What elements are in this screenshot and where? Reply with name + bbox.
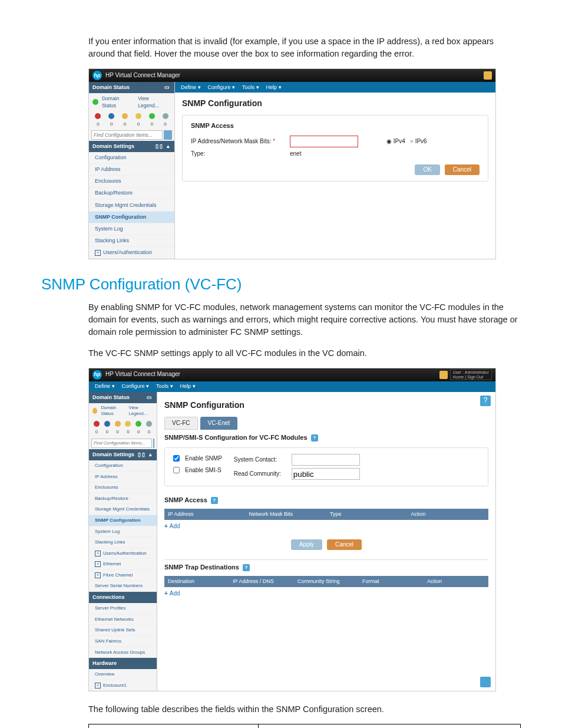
sidebar-item[interactable]: Configuration	[89, 460, 157, 472]
menu-define[interactable]: Define	[181, 84, 201, 91]
connections-header: Connections	[89, 592, 157, 603]
menubar: DefineConfigureToolsHelp	[89, 381, 495, 392]
menu-help[interactable]: Help	[180, 383, 196, 390]
sidebar-item[interactable]: IP Address	[89, 164, 174, 176]
status-icon-row	[89, 111, 174, 121]
save-icon[interactable]	[480, 677, 491, 687]
sidebar-item[interactable]: Network Access Groups	[89, 647, 157, 658]
user-links[interactable]: Home | Sign Out	[453, 375, 489, 380]
sidebar-item[interactable]: +Fibre Channel	[89, 570, 157, 581]
nav-list-hardware: Overview+Enclosure1	[89, 669, 157, 691]
sidebar-item[interactable]: Ethernet Networks	[89, 614, 157, 625]
hardware-header: Hardware	[89, 658, 157, 669]
status-count: 0	[148, 429, 150, 436]
sidebar-item[interactable]: Backup/Restore	[89, 187, 174, 199]
menu-help[interactable]: Help	[266, 84, 282, 91]
search-input[interactable]	[91, 130, 163, 140]
sidebar-item[interactable]: +Users/Authentication	[89, 247, 174, 259]
view-legend-link[interactable]: View Legend...	[138, 95, 171, 110]
status-count: 0	[151, 121, 153, 128]
menu-tools[interactable]: Tools	[242, 84, 259, 91]
sidebar-item[interactable]: SNMP Configuration	[89, 212, 174, 223]
section-para-2: The VC-FC SNMP settings apply to all VC-…	[88, 347, 521, 360]
sidebar-item[interactable]: IP Address	[89, 472, 157, 483]
sidebar-item[interactable]: Overview	[89, 669, 157, 680]
panel-controls-icon[interactable]: ▯▯ ▴	[138, 451, 153, 459]
status-icon	[163, 113, 168, 119]
enable-snmp-checkbox[interactable]	[173, 455, 180, 462]
sidebar-item[interactable]: Backup/Restore	[89, 493, 157, 505]
table-header: Field name	[89, 724, 259, 728]
domain-status-link[interactable]: Domain Status	[101, 405, 125, 418]
help-icon[interactable]: ?	[480, 396, 491, 406]
view-legend-link[interactable]: View Legend...	[129, 405, 153, 418]
nav-list-connections: Server ProfilesEthernet NetworksShared U…	[89, 603, 157, 658]
home-icon[interactable]	[484, 71, 492, 80]
panel-controls-icon[interactable]: ▯▯ ▴	[156, 143, 171, 150]
expand-icon[interactable]: +	[95, 561, 101, 567]
ipv4-radio[interactable]: ◉ IPv4	[386, 137, 405, 146]
help-icon[interactable]: ?	[311, 434, 318, 442]
sidebar-item[interactable]: Storage Mgmt Credentials	[89, 504, 157, 515]
domain-status-link[interactable]: Domain Status	[102, 95, 134, 110]
system-contact-input[interactable]	[292, 454, 360, 466]
add-trap-link[interactable]: Add	[164, 589, 180, 598]
help-icon[interactable]: ?	[211, 497, 218, 504]
menu-configure[interactable]: Configure	[122, 383, 150, 390]
apply-button[interactable]: Apply	[291, 539, 322, 550]
tab-vc-enet[interactable]: VC-Enet	[200, 417, 238, 430]
system-contact-label: System Contact:	[234, 456, 287, 465]
sidebar-item[interactable]: +Users/Authentication	[89, 548, 157, 559]
menu-define[interactable]: Define	[95, 383, 115, 390]
panel-controls-icon[interactable]: ▭	[147, 394, 153, 401]
sidebar-item[interactable]: Stacking Links	[89, 537, 157, 548]
sidebar-item[interactable]: Stacking Links	[89, 235, 174, 247]
nav-list: ConfigurationIP AddressEnclosuresBackup/…	[89, 460, 157, 592]
add-access-link[interactable]: Add	[164, 522, 180, 531]
sidebar-item[interactable]: Shared Uplink Sets	[89, 625, 157, 636]
app-title: HP Virtual Connect Manager	[105, 370, 180, 379]
screenshot-snmp-vcfc: hp HP Virtual Connect Manager User : Adm…	[88, 368, 496, 692]
panel-controls-icon[interactable]: ▭	[164, 84, 171, 91]
ip-input[interactable]	[290, 136, 358, 147]
cancel-button[interactable]: Cancel	[445, 164, 480, 175]
sidebar-item[interactable]: Server Serial Numbers	[89, 581, 157, 592]
status-icon	[115, 421, 121, 427]
sidebar-item[interactable]: Enclosures	[89, 482, 157, 493]
status-icon	[135, 113, 141, 119]
expand-icon[interactable]: +	[95, 683, 101, 689]
sidebar-item[interactable]: Server Profiles	[89, 603, 157, 614]
sidebar-item[interactable]: System Log	[89, 223, 174, 235]
read-community-input[interactable]	[292, 468, 360, 480]
sidebar-item[interactable]: SNMP Configuration	[89, 515, 157, 526]
sidebar-item[interactable]: Configuration	[89, 152, 174, 164]
search-input[interactable]	[91, 439, 152, 448]
status-count: 0	[116, 429, 118, 436]
domain-status-label: Domain Status	[92, 84, 130, 91]
sidebar-item[interactable]: +Enclosure1	[89, 680, 157, 691]
menu-configure[interactable]: Configure	[208, 84, 236, 91]
cancel-button[interactable]: Cancel	[327, 539, 362, 550]
help-icon[interactable]: ?	[243, 564, 250, 571]
search-go-icon[interactable]	[153, 439, 154, 448]
sidebar-item[interactable]: Storage Mgmt Credentials	[89, 200, 174, 212]
ok-button[interactable]: OK	[415, 164, 439, 175]
status-icon	[104, 421, 110, 427]
titlebar: hp HP Virtual Connect Manager	[89, 69, 495, 82]
tab-vc-fc[interactable]: VC-FC	[164, 417, 198, 430]
sidebar-item[interactable]: Enclosures	[89, 176, 174, 187]
status-count: 0	[164, 121, 166, 128]
expand-icon[interactable]: +	[95, 572, 101, 578]
status-count: 0	[127, 429, 129, 436]
ipv6-radio[interactable]: ○ IPv6	[410, 137, 427, 146]
enable-smis-checkbox[interactable]	[173, 467, 180, 473]
expand-icon[interactable]: +	[95, 551, 101, 556]
expand-icon[interactable]: +	[95, 250, 101, 256]
search-go-icon[interactable]	[164, 130, 172, 140]
connections-label: Connections	[92, 594, 125, 601]
sidebar-item[interactable]: +Ethernet	[89, 559, 157, 570]
home-icon[interactable]	[439, 371, 448, 379]
sidebar-item[interactable]: SAN Fabrics	[89, 636, 157, 647]
sidebar-item[interactable]: System Log	[89, 526, 157, 538]
menu-tools[interactable]: Tools	[156, 383, 173, 390]
